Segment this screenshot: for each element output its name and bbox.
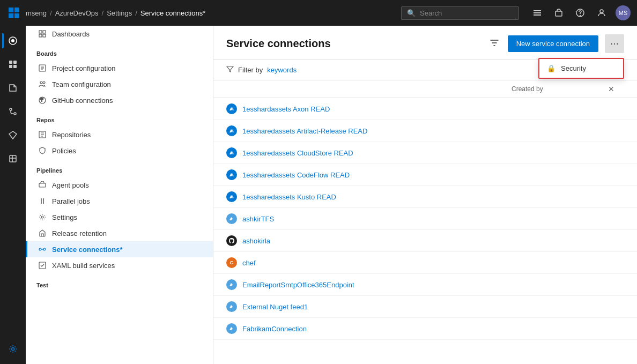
sidebar-parallel-jobs-label: Parallel jobs [52,197,90,205]
connection-item[interactable]: 1essharedassets Kusto READ [213,186,637,208]
connection-name[interactable]: ashkirTFS [242,215,624,223]
rail-pipelines[interactable] [2,101,24,122]
rail-home[interactable] [2,30,24,51]
basket-icon[interactable] [551,5,566,20]
notifications-icon[interactable] [530,5,545,20]
connection-name[interactable]: 1essharedassets Kusto READ [242,193,624,201]
connection-item[interactable]: External Nuget feed1 [213,296,637,318]
avatar[interactable]: MS [616,5,631,20]
connection-name[interactable]: chef [242,259,624,267]
agent-pools-icon [38,181,47,189]
sidebar-item-team-config[interactable]: Team configuration [26,76,213,92]
connection-item[interactable]: 1essharedassets Artifact-Release READ [213,120,637,142]
sidebar-item-dashboards[interactable]: Dashboards [26,26,213,42]
filter-funnel-icon [226,65,234,75]
connection-item[interactable]: FabrikamConnection [213,318,637,340]
svg-point-12 [11,39,14,42]
breadcrumb-service-connections[interactable]: Service connections* [140,9,205,17]
sidebar-section-repos: Repos [26,108,213,127]
sidebar-item-release-retention[interactable]: Release retention [26,225,213,241]
connection-type-icon [226,213,237,224]
search-box[interactable]: 🔍 [401,6,519,20]
connection-name[interactable]: 1essharedassets CodeFlow READ [242,171,624,179]
connection-name[interactable]: External Nuget feed1 [242,303,624,311]
topbar: mseng / AzureDevOps / Settings / Service… [0,0,637,26]
lock-icon: 🔒 [547,64,555,72]
filter-icon[interactable] [487,36,501,51]
sidebar-github-label: GitHub connections [52,96,113,105]
svg-rect-19 [10,155,16,162]
connection-item[interactable]: C chef [213,252,637,274]
connection-list: 1esshardassets Axon READ 1essharedassets… [213,98,637,340]
svg-point-32 [39,248,41,250]
connection-item[interactable]: 1essharedassets CodeFlow READ [213,164,637,186]
icon-rail [0,26,26,364]
security-label: Security [561,64,586,72]
column-headers: Created by ✕ [213,80,637,98]
connection-name[interactable]: ashokirla [242,237,624,245]
more-options-button[interactable]: ⋯ [605,34,624,53]
connection-type-icon: C [226,257,237,268]
connection-name[interactable]: 1esshardassets Axon READ [242,105,624,113]
connection-item[interactable]: ashokirla [213,230,637,252]
rail-repos[interactable] [2,77,24,99]
svg-point-26 [40,81,42,84]
sidebar-item-github-connections[interactable]: GitHub connections [26,92,213,108]
sidebar-agent-pools-label: Agent pools [52,181,89,189]
dropdown-item-security[interactable]: 🔒 Security [539,59,623,78]
svg-point-10 [600,10,603,13]
connection-name[interactable]: 1essharedassets Artifact-Release READ [242,127,624,135]
sidebar-service-conn-label: Service connections* [52,246,123,254]
topbar-icons: MS [530,5,631,20]
connection-type-icon [226,235,237,246]
connection-item[interactable]: ashkirTFS [213,208,637,230]
search-icon: 🔍 [407,9,416,17]
sidebar-item-settings[interactable]: Settings [26,209,213,225]
app-logo[interactable] [6,5,21,20]
help-icon[interactable] [573,5,588,20]
sidebar-item-agent-pools[interactable]: Agent pools [26,177,213,193]
svg-rect-23 [39,34,42,37]
svg-rect-15 [9,65,12,68]
connection-name[interactable]: EmailReportSmtpOffice365Endpoint [242,281,624,289]
sidebar-item-policies[interactable]: Policies [26,143,213,159]
connection-item[interactable]: 1esshardassets Axon READ [213,98,637,120]
filter-keywords-text[interactable]: keywords [267,66,297,74]
svg-point-17 [10,108,12,110]
sidebar-item-parallel-jobs[interactable]: Parallel jobs [26,193,213,209]
breadcrumb-settings[interactable]: Settings [107,9,132,17]
svg-rect-30 [39,183,46,187]
user-icon[interactable] [594,5,609,20]
breadcrumb-azuredevops[interactable]: AzureDevOps [55,9,99,17]
sidebar-project-config-label: Project configuration [52,64,116,72]
svg-rect-24 [43,34,46,37]
rail-testplans[interactable] [2,124,24,146]
sidebar-section-test: Test [26,273,213,292]
connection-item[interactable]: 1essharedassets CloudStore READ [213,142,637,164]
connection-item[interactable]: EmailReportSmtpOffice365Endpoint [213,274,637,296]
new-service-connection-button[interactable]: New service connection [508,35,598,52]
release-retention-icon [38,229,47,237]
svg-point-18 [14,113,16,115]
rail-artifacts[interactable] [2,148,24,169]
page-title: Service connections [226,38,481,50]
rail-boards[interactable] [2,54,24,75]
parallel-jobs-icon [38,197,47,205]
close-col-icon[interactable]: ✕ [608,85,614,93]
breadcrumb-mseng[interactable]: mseng [26,9,47,17]
xaml-build-icon [38,261,47,270]
sidebar-item-project-config[interactable]: Project configuration [26,60,213,76]
connection-name[interactable]: FabrikamConnection [242,325,624,333]
svg-point-31 [41,216,43,218]
sidebar-item-service-connections[interactable]: Service connections* [26,241,213,257]
rail-settings-active[interactable] [2,338,24,360]
svg-rect-4 [534,10,541,11]
sidebar-item-repositories[interactable]: Repositories [26,127,213,143]
breadcrumb-sep-3: / [135,9,137,17]
breadcrumb-sep-2: / [102,9,104,17]
sidebar-item-xaml-build[interactable]: XAML build services [26,257,213,273]
svg-rect-13 [9,61,12,64]
search-input[interactable] [420,9,506,17]
svg-point-33 [43,248,46,250]
connection-name[interactable]: 1essharedassets CloudStore READ [242,149,624,157]
